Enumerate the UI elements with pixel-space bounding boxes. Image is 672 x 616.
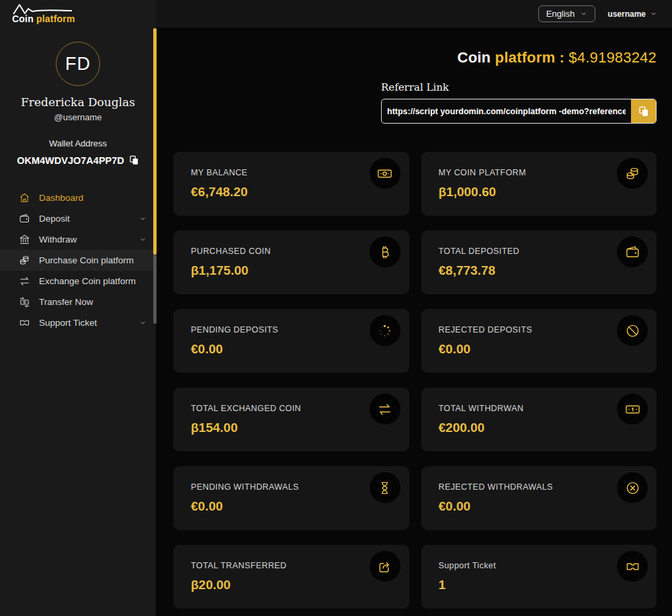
- page-title-first: Coin: [458, 49, 491, 66]
- hourglass-icon: [370, 472, 401, 503]
- stat-value: €0.00: [439, 342, 610, 357]
- stat-value: β1,000.60: [439, 185, 610, 200]
- stat-label: MY COIN PLATFORM: [439, 168, 610, 177]
- stat-label: REJECTED WITHDRAWALS: [439, 482, 610, 492]
- main-content: Coin platform : $4.91983242 Referral Lin…: [156, 28, 672, 616]
- card-my-balance: MY BALANCE €6,748.20: [173, 152, 409, 216]
- card-rejected-withdrawals: REJECTED WITHDRAWALS €0.00: [421, 466, 657, 530]
- circle-xmark-icon: [617, 472, 648, 503]
- sidebar-item-dashboard[interactable]: Dashboard: [0, 187, 156, 208]
- wallet-address-label: Wallet Address: [0, 138, 156, 148]
- sidebar-nav: Dashboard Deposit Withdraw Purchase Coin…: [0, 187, 156, 333]
- home-icon: [19, 192, 30, 204]
- referral-link-box: [381, 99, 657, 124]
- stat-value: β154.00: [191, 421, 362, 435]
- bitcoin-icon: [370, 236, 401, 267]
- stat-label: TOTAL EXCHANGED COIN: [191, 404, 362, 413]
- card-rejected-deposits: REJECTED DEPOSITS €0.00: [421, 309, 657, 373]
- stat-value: €6,748.20: [191, 185, 362, 200]
- page-title-balance: $4.91983242: [569, 49, 657, 66]
- sidebar-item-exchange-coin[interactable]: Exchange Coin platform: [0, 271, 156, 292]
- money-bill-icon: [370, 158, 401, 189]
- share-icon: [370, 551, 401, 582]
- card-pending-withdrawals: PENDING WITHDRAWALS €0.00: [173, 466, 409, 530]
- page-title: Coin platform : $4.91983242: [173, 49, 657, 67]
- wallet-icon: [617, 236, 648, 267]
- user-fullname: Fredericka Douglas: [0, 95, 156, 109]
- user-handle: @username: [0, 112, 156, 122]
- language-select-value: English: [546, 9, 575, 19]
- stat-value: 1: [439, 578, 610, 592]
- stat-value: €200.00: [439, 421, 610, 435]
- chevron-down-icon: [139, 236, 146, 243]
- sidebar-item-label: Purchase Coin platform: [39, 255, 134, 265]
- sidebar-item-label: Transfer Now: [39, 297, 93, 307]
- referral-link-label: Referral Link: [381, 81, 657, 93]
- exchange-icon: [370, 394, 401, 425]
- sidebar: Coin platform FD Fredericka Douglas @use…: [0, 0, 156, 616]
- card-purchased-coin: PURCHASED COIN β1,175.00: [173, 230, 409, 294]
- stat-value: β20.00: [191, 578, 362, 592]
- referral-link-input[interactable]: [382, 99, 631, 123]
- language-select[interactable]: English: [538, 5, 596, 22]
- referral-section: Referral Link: [381, 81, 657, 124]
- chevron-down-icon: [139, 319, 146, 326]
- stat-value: €0.00: [191, 342, 362, 357]
- sidebar-scrollbar-thumb[interactable]: [153, 28, 157, 255]
- sidebar-item-purchase-coin[interactable]: Purchase Coin platform: [0, 250, 156, 271]
- page-title-second: platform :: [495, 49, 564, 66]
- sidebar-item-label: Support Ticket: [39, 318, 97, 328]
- stat-label: PENDING WITHDRAWALS: [191, 482, 362, 492]
- sidebar-item-withdraw[interactable]: Withdraw: [0, 229, 156, 250]
- card-pending-deposits: PENDING DEPOSITS €0.00: [173, 309, 409, 373]
- card-support-ticket: Support Ticket 1: [421, 545, 657, 609]
- stat-label: TOTAL TRANSFERRED: [191, 561, 362, 570]
- money-transfer-icon: [19, 296, 30, 308]
- stat-label: TOTAL WITHDRWAN: [439, 404, 610, 413]
- referral-copy-button[interactable]: [631, 99, 656, 123]
- sidebar-scrollbar-track[interactable]: [153, 255, 157, 324]
- stat-label: TOTAL DEPOSITED: [439, 247, 610, 256]
- copy-icon[interactable]: [129, 155, 139, 166]
- logo-text-second: platform: [36, 13, 75, 24]
- logo-text-first: Coin: [12, 13, 34, 24]
- topbar: English username: [156, 0, 672, 28]
- sidebar-item-support-ticket[interactable]: Support Ticket: [0, 312, 156, 333]
- app-logo[interactable]: Coin platform: [12, 3, 93, 24]
- username-menu-label: username: [607, 9, 646, 19]
- chevron-down-icon: [139, 215, 146, 222]
- sidebar-item-transfer-now[interactable]: Transfer Now: [0, 292, 156, 312]
- coins-icon: [19, 255, 30, 266]
- stat-value: €8,773.78: [439, 263, 610, 278]
- stat-value: €0.00: [191, 499, 362, 514]
- stats-grid: MY BALANCE €6,748.20 MY COIN PLATFORM β1…: [173, 152, 657, 609]
- stat-value: €0.00: [439, 499, 610, 514]
- username-menu[interactable]: username: [607, 9, 657, 19]
- stat-label: PURCHASED COIN: [191, 247, 362, 256]
- stat-value: β1,175.00: [191, 263, 362, 278]
- card-total-withdrawn: TOTAL WITHDRWAN €200.00: [421, 388, 657, 451]
- card-my-coin-platform: MY COIN PLATFORM β1,000.60: [421, 152, 657, 216]
- coins-icon: [617, 158, 648, 189]
- copy-icon: [638, 105, 649, 118]
- avatar: FD: [56, 42, 100, 86]
- card-total-transferred: TOTAL TRANSFERRED β20.00: [173, 545, 409, 609]
- logo-text: Coin platform: [12, 13, 93, 24]
- spinner-icon: [370, 315, 401, 346]
- sidebar-item-deposit[interactable]: Deposit: [0, 208, 156, 229]
- stat-label: MY BALANCE: [191, 168, 362, 177]
- chevron-down-icon: [580, 10, 587, 17]
- ban-icon: [617, 315, 648, 346]
- wallet-icon: [19, 213, 30, 224]
- card-total-exchanged-coin: TOTAL EXCHANGED COIN β154.00: [173, 388, 409, 451]
- sidebar-item-label: Exchange Coin platform: [39, 276, 136, 286]
- card-total-deposited: TOTAL DEPOSITED €8,773.78: [421, 230, 657, 294]
- sidebar-item-label: Dashboard: [39, 193, 83, 203]
- ticket-icon: [617, 551, 648, 582]
- stat-label: REJECTED DEPOSITS: [439, 325, 610, 335]
- user-profile: FD Fredericka Douglas @username Wallet A…: [0, 42, 156, 166]
- ticket-icon: [19, 317, 30, 328]
- chevron-down-icon: [650, 10, 657, 17]
- wallet-address-value: OKM4WDVJO7A4PP7D: [17, 155, 124, 166]
- sidebar-item-label: Deposit: [39, 214, 70, 224]
